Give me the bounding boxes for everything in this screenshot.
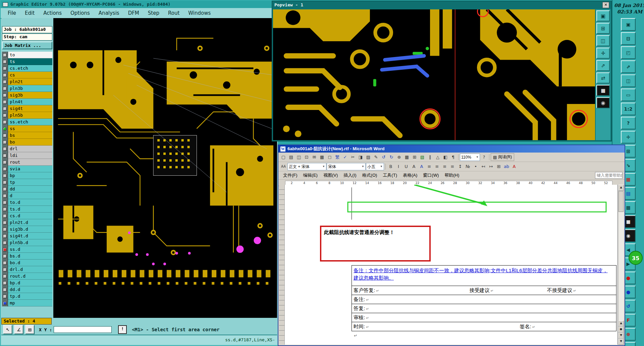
save-icon[interactable]: ◫ (295, 154, 303, 161)
layer-name[interactable]: ss.d (8, 246, 52, 253)
word-menu-item[interactable]: 文件(F) (280, 171, 300, 179)
layer-indicator-icon[interactable] (2, 219, 8, 226)
spelling-icon[interactable]: ✓ (341, 154, 349, 161)
layer-row[interactable]: dd (2, 186, 52, 192)
layer-indicator-icon[interactable] (2, 132, 8, 139)
layer-indicator-icon[interactable] (2, 99, 8, 105)
editor-menu-item[interactable]: Windows (184, 9, 214, 17)
borders-button[interactable]: ⊞ (495, 163, 502, 170)
layer-name[interactable]: ss (8, 125, 52, 132)
layer-row[interactable]: cs.etch (2, 65, 52, 72)
monitor-icon[interactable]: ▭ (621, 89, 636, 101)
layer-indicator-icon[interactable] (2, 52, 8, 58)
word-menu-item[interactable]: 窗口(W) (420, 171, 441, 179)
layer-name[interactable]: sig3b (8, 92, 52, 99)
bullets-button[interactable]: • (472, 163, 479, 170)
layer-name[interactable]: sig4t (8, 105, 52, 112)
layer-indicator-icon[interactable] (2, 206, 8, 213)
layer-indicator-icon[interactable] (2, 119, 8, 125)
layer-row[interactable]: ss.d (2, 246, 52, 253)
highlight-button[interactable]: ab (503, 163, 510, 170)
tables-borders-icon[interactable]: ▦ (403, 154, 411, 161)
vertical-ruler[interactable] (279, 185, 285, 345)
layer-row[interactable]: d (2, 192, 52, 199)
layer-name[interactable]: pln5b.d (8, 239, 52, 246)
layer-row[interactable]: tp (2, 179, 52, 186)
answer-row[interactable]: 答复: (352, 304, 616, 313)
layer-indicator-icon[interactable] (2, 199, 8, 206)
open-icon[interactable]: ▤ (287, 154, 295, 161)
layer-name[interactable]: ldi (8, 152, 52, 159)
layer-row[interactable]: rout.d (2, 273, 52, 280)
layer-row[interactable]: pln3b (2, 85, 52, 92)
popview-black-icon[interactable]: ■ (596, 85, 610, 96)
layer-name[interactable]: pln4t (8, 99, 52, 105)
pan-icon[interactable]: ✛ (621, 131, 636, 143)
layer-indicator-icon[interactable] (2, 65, 8, 72)
format-painter-icon[interactable]: ✎ (372, 154, 380, 161)
layer-indicator-icon[interactable] (2, 112, 8, 119)
layer-indicator-icon[interactable] (2, 105, 8, 112)
layer-row[interactable]: bs (2, 132, 52, 139)
layer-indicator-icon[interactable] (2, 266, 8, 273)
layer-indicator-icon[interactable] (2, 179, 8, 186)
editor-menu-item[interactable]: Actions (40, 9, 65, 17)
print-preview-icon[interactable]: ◻ (326, 154, 333, 161)
layer-name[interactable]: cs.etch (8, 65, 52, 72)
italic-button[interactable]: I (395, 163, 402, 170)
layer-name[interactable]: dd (8, 186, 52, 192)
layer-name[interactable]: bs.d (8, 253, 52, 260)
scroll-up-icon[interactable]: ▲ (618, 185, 624, 191)
word-menu-item[interactable]: 格式(O) (360, 171, 380, 179)
layer-indicator-icon[interactable] (2, 260, 8, 266)
reject-option[interactable]: 不接受建议 (547, 287, 576, 294)
layer-indicator-icon[interactable] (2, 286, 8, 293)
line-spacing-button[interactable]: ↕ (457, 163, 464, 170)
layer-row[interactable]: dd.d (2, 286, 52, 293)
layer-name[interactable]: ts (8, 58, 52, 65)
layer-name[interactable]: bs (8, 132, 52, 139)
time-sign-row[interactable]: 时间: 签名: (352, 322, 616, 331)
layer-row[interactable]: to.d (2, 199, 52, 206)
select-browse-icon[interactable]: ● (618, 327, 624, 333)
layer-row[interactable]: ss.etch (2, 119, 52, 125)
editor-menu-item[interactable]: Options (67, 9, 94, 17)
layer-row[interactable]: mp (2, 300, 52, 306)
document-page[interactable]: 此截阻抗线请安普通差分调整！ 备注：文件中部分阻抗线与铜皮间距不一致，建议忽略其… (285, 185, 618, 345)
popview-expand-icon[interactable]: ⇗ (596, 60, 610, 71)
cut-icon[interactable]: ✂ (349, 154, 357, 161)
layer-indicator-icon[interactable] (2, 78, 8, 85)
layer-name[interactable]: svia (8, 166, 52, 172)
styles-format-icon[interactable]: AA (280, 163, 287, 170)
expand-icon[interactable]: ⇗ (621, 60, 636, 73)
insert-excel-icon[interactable]: ▧ (419, 154, 426, 161)
layer-indicator-icon[interactable] (2, 233, 8, 239)
layer-name[interactable]: to.d (8, 199, 52, 206)
help-button[interactable]: ? (621, 117, 636, 129)
align-right-button[interactable]: ≡ (441, 163, 448, 170)
document-map-icon[interactable]: ◧ (442, 154, 449, 161)
layer-row[interactable]: drl.d (2, 266, 52, 273)
word-menu-item[interactable]: 帮助(H) (442, 171, 462, 179)
layer-row[interactable]: sig4t.d (2, 233, 52, 239)
popview-fit-icon[interactable]: ⊞ (596, 23, 610, 34)
editor-menu-item[interactable]: Edit (21, 9, 38, 17)
undo-icon[interactable]: ↺ (380, 154, 387, 161)
font-size-select[interactable]: 小五▼ (366, 163, 384, 170)
word-menu-item[interactable]: 编辑(E) (301, 171, 320, 179)
char-shading-button[interactable]: A (418, 163, 425, 170)
layer-indicator-icon[interactable] (2, 172, 8, 179)
layer-row[interactable]: pln5b (2, 112, 52, 119)
word-menu-item[interactable]: 插入(I) (341, 171, 359, 179)
align-center-button[interactable]: ≡ (433, 163, 441, 170)
layer-name[interactable]: pln2t.d (8, 219, 52, 226)
layer-name[interactable]: pln5b (8, 112, 52, 119)
layer-row[interactable]: rout (2, 159, 52, 166)
layer-indicator-icon[interactable] (2, 300, 8, 306)
columns-icon[interactable]: ∥ (426, 154, 434, 161)
word-help-icon[interactable]: ? (480, 154, 488, 161)
layer-name[interactable]: pln2t (8, 78, 52, 85)
style-select[interactable]: 正文 + 宋体▼ (287, 163, 326, 170)
xy-input[interactable] (54, 326, 112, 333)
layer-name[interactable]: sig3b.d (8, 226, 52, 233)
